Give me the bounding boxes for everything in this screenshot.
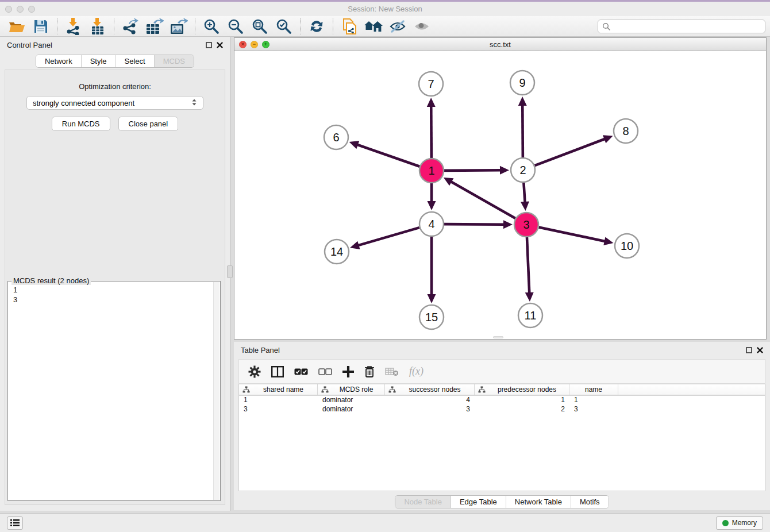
delete-table-icon [385, 367, 399, 376]
tab-select[interactable]: Select [116, 55, 154, 67]
cell-successor-nodes: 3 [385, 405, 475, 414]
graph-arrowhead [503, 220, 513, 229]
open-folder-icon[interactable] [5, 17, 29, 36]
close-window-button[interactable] [5, 6, 12, 13]
float-panel-icon[interactable] [746, 347, 752, 353]
graph-arrowhead [525, 292, 534, 302]
zoom-window-button[interactable] [28, 6, 35, 13]
column-header-successor-nodes[interactable]: successor nodes [385, 384, 475, 395]
graph-edge-2-9[interactable] [522, 105, 523, 157]
graph-edge-1-7[interactable] [431, 106, 432, 158]
column-header-mcds-role[interactable]: MCDS role [318, 384, 385, 395]
close-panel-button[interactable]: Close panel [118, 117, 179, 131]
network-canvas[interactable]: 7968124314101511 [234, 51, 766, 339]
cell-shared-name: 3 [239, 405, 318, 414]
column-header-predecessor-nodes[interactable]: predecessor nodes [475, 384, 569, 395]
trash-icon[interactable] [364, 365, 375, 377]
cell-name: 3 [569, 405, 618, 414]
graph-node-label: 8 [622, 125, 629, 137]
network-window-titlebar[interactable]: ✕ − + scc.txt [234, 38, 766, 51]
tab-style[interactable]: Style [81, 55, 116, 67]
graph-edge-3-11[interactable] [527, 237, 529, 294]
refresh-icon[interactable] [305, 17, 329, 36]
run-mcds-button[interactable]: Run MCDS [52, 117, 110, 131]
graph-edge-4-3[interactable] [444, 224, 505, 225]
graph-node-label: 3 [523, 218, 529, 231]
memory-button[interactable]: Memory [716, 516, 763, 530]
zoom-in-icon[interactable] [199, 17, 224, 36]
tab-network[interactable]: Network [36, 55, 81, 67]
close-panel-icon[interactable] [757, 347, 763, 353]
table-row[interactable]: 3 dominator 3 2 3 [239, 405, 765, 414]
control-panel: Control Panel Network Style Select MCDS … [0, 37, 230, 511]
graph-node-label: 7 [428, 78, 434, 90]
graph-edge-2-3[interactable] [523, 183, 525, 203]
minimize-window-button[interactable] [17, 6, 24, 13]
import-table-icon[interactable] [86, 17, 110, 36]
cell-predecessor-nodes: 2 [475, 405, 569, 414]
task-list-button[interactable] [7, 516, 23, 530]
cell-mcds-role: dominator [318, 405, 385, 414]
criterion-dropdown[interactable]: strongly connected component [26, 96, 203, 110]
tab-network-table[interactable]: Network Table [506, 496, 571, 508]
mcds-result-line: 3 [13, 295, 215, 304]
mcds-result-line: 1 [13, 285, 215, 295]
search-input[interactable] [613, 22, 761, 30]
search-field[interactable] [598, 20, 765, 33]
zoom-out-icon[interactable] [224, 17, 248, 36]
column-header-name[interactable]: name [569, 384, 618, 395]
add-icon[interactable] [342, 366, 354, 377]
cell-successor-nodes: 4 [385, 396, 475, 405]
eye-slash-icon[interactable] [386, 17, 410, 36]
hierarchy-icon [478, 386, 486, 393]
graph-edge-1-2[interactable] [444, 170, 501, 171]
zoom-selected-icon[interactable] [272, 17, 296, 36]
close-network-button[interactable]: ✕ [239, 41, 247, 48]
table-panel-header: Table Panel [234, 342, 770, 358]
splitter-handle[interactable] [227, 265, 233, 278]
table-panel: Table Panel f(x) shared name [234, 342, 770, 510]
graph-edge-4-14[interactable] [357, 228, 419, 245]
export-network-icon[interactable] [118, 17, 143, 36]
home-icon[interactable] [361, 17, 386, 36]
float-panel-icon[interactable] [206, 42, 212, 48]
copy-network-icon[interactable] [337, 17, 361, 36]
graph-edge-3-1[interactable] [451, 182, 515, 218]
graph-arrowhead [521, 202, 529, 211]
columns-icon[interactable] [271, 366, 284, 377]
eye-icon[interactable] [410, 17, 434, 36]
toolbar-separator [333, 18, 333, 34]
network-window-controls: ✕ − + [239, 41, 270, 48]
graph-edge-2-8[interactable] [535, 138, 606, 165]
window-controls [5, 6, 35, 13]
table-row[interactable]: 1 dominator 4 1 1 [239, 396, 765, 405]
tab-edge-table[interactable]: Edge Table [451, 496, 506, 508]
zoom-fit-icon[interactable] [248, 17, 272, 36]
gear-icon[interactable] [248, 365, 261, 378]
export-table-icon[interactable] [143, 17, 167, 36]
tab-node-table[interactable]: Node Table [395, 496, 451, 508]
hierarchy-icon [321, 386, 329, 393]
minimize-network-button[interactable]: − [251, 41, 258, 48]
function-icon: f(x) [409, 365, 424, 377]
deselect-all-icon[interactable] [318, 368, 332, 376]
tab-motifs[interactable]: Motifs [571, 496, 609, 508]
result-scrollbar[interactable] [213, 282, 220, 500]
graph-edge-1-6[interactable] [357, 145, 419, 167]
import-network-icon[interactable] [61, 17, 86, 36]
export-image-icon[interactable] [167, 17, 191, 36]
tab-mcds[interactable]: MCDS [154, 55, 194, 67]
save-icon[interactable] [29, 17, 53, 36]
node-table: shared name MCDS role successor nodes pr… [238, 384, 765, 491]
cell-predecessor-nodes: 1 [475, 396, 569, 405]
list-icon [10, 519, 20, 527]
graph-edge-3-10[interactable] [539, 228, 606, 242]
canvas-scroll-grip[interactable] [493, 336, 503, 338]
hierarchy-icon [388, 386, 396, 393]
select-all-icon[interactable] [294, 368, 308, 376]
column-header-shared-name[interactable]: shared name [239, 384, 318, 395]
cell-mcds-role: dominator [318, 396, 385, 405]
optimization-criterion-label: Optimization criterion: [5, 82, 225, 91]
maximize-network-button[interactable]: + [262, 41, 270, 48]
close-panel-icon[interactable] [217, 42, 223, 48]
